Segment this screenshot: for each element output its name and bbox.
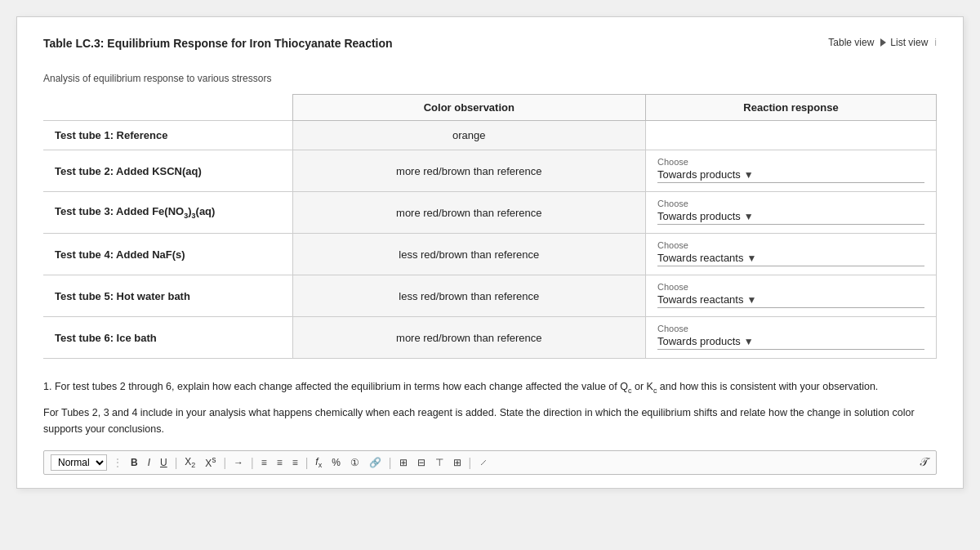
reaction-text-2: Towards products	[657, 210, 741, 222]
superscript-button[interactable]: Xs	[203, 454, 218, 470]
matrix-button[interactable]: ⊤	[433, 456, 446, 469]
list-indent-2[interactable]: ≡	[274, 456, 285, 469]
row-label-5: Test tube 6: Ice bath	[43, 317, 292, 359]
list-indent-1[interactable]: ≡	[259, 456, 270, 469]
row-color-2: more red/brown than reference	[292, 192, 645, 234]
symbol-button[interactable]: ⊞	[451, 456, 464, 469]
row-reaction-0	[645, 121, 936, 150]
row-color-0: orange	[292, 121, 645, 150]
special-button[interactable]: ⟋	[476, 456, 491, 469]
format-button[interactable]: 𝒯	[917, 454, 929, 470]
col-reaction-header: Reaction response	[645, 95, 936, 121]
reaction-text-3: Towards reactants	[657, 252, 744, 264]
style-select[interactable]: Normal	[51, 454, 107, 471]
row-label-2: Test tube 3: Added Fe(NO3)3(aq)	[43, 192, 292, 234]
formula-button[interactable]: ⊟	[415, 456, 428, 469]
reaction-text-5: Towards products	[657, 335, 741, 347]
toolbar-divider-2: |	[175, 456, 178, 469]
link-button[interactable]: 🔗	[367, 456, 384, 469]
choose-label-5: Choose	[657, 324, 924, 333]
table-button[interactable]: ⊞	[397, 456, 410, 469]
row-color-4: less red/brown than reference	[292, 275, 645, 317]
col-empty-header	[43, 95, 292, 121]
row-color-5: more red/brown than reference	[292, 317, 645, 359]
row-label-4: Test tube 5: Hot water bath	[43, 275, 292, 317]
reaction-dropdown-arrow-2[interactable]: ▼	[744, 211, 754, 222]
col-color-header: Color observation	[292, 95, 645, 121]
toolbar: Normal ⋮ B I U | X2 Xs | → | ≡ ≡ ≡ | fx …	[43, 450, 937, 475]
list-view-icon	[880, 38, 886, 47]
toolbar-divider-1: ⋮	[112, 456, 123, 469]
choose-label-4: Choose	[657, 282, 924, 292]
choose-label-2: Choose	[657, 199, 924, 208]
view-controls: Table view List view i	[828, 37, 937, 48]
footnote-2: For Tubes 2, 3 and 4 include in your ana…	[43, 405, 937, 437]
page-container: Table LC.3: Equilibrium Response for Iro…	[16, 16, 964, 489]
bold-button[interactable]: B	[128, 456, 140, 469]
row-reaction-1[interactable]: ChooseTowards products ▼	[645, 150, 936, 192]
row-color-3: less red/brown than reference	[292, 234, 645, 275]
row-reaction-2[interactable]: ChooseTowards products ▼	[645, 192, 936, 234]
toolbar-divider-5: |	[305, 456, 309, 469]
underline-button[interactable]: U	[158, 456, 170, 469]
list-view-label: List view	[890, 37, 928, 48]
percent-button[interactable]: %	[329, 456, 343, 469]
row-label-1: Test tube 2: Added KSCN(aq)	[43, 150, 292, 192]
reaction-text-1: Towards products	[657, 168, 741, 181]
page-title: Table LC.3: Equilibrium Response for Iro…	[43, 37, 393, 50]
reaction-dropdown-arrow-4[interactable]: ▼	[746, 294, 756, 306]
toolbar-divider-3: |	[223, 456, 226, 469]
arrow-button[interactable]: →	[231, 456, 246, 469]
subtitle: Analysis of equilibrium response to vari…	[43, 73, 937, 84]
row-label-0: Test tube 1: Reference	[43, 121, 292, 150]
reaction-dropdown-arrow-1[interactable]: ▼	[744, 169, 754, 181]
toolbar-divider-7: |	[469, 456, 472, 469]
toolbar-divider-6: |	[389, 456, 392, 469]
row-reaction-3[interactable]: ChooseTowards reactants ▼	[645, 234, 936, 275]
row-reaction-5[interactable]: ChooseTowards products ▼	[645, 317, 936, 359]
reaction-dropdown-arrow-5[interactable]: ▼	[744, 336, 754, 347]
toolbar-divider-4: |	[251, 456, 254, 469]
choose-label-3: Choose	[657, 240, 924, 250]
row-label-3: Test tube 4: Added NaF(s)	[43, 234, 292, 275]
choose-label-1: Choose	[657, 157, 924, 167]
list-indent-3[interactable]: ≡	[290, 456, 301, 469]
fx-button[interactable]: fx	[313, 455, 324, 470]
footnote-block: 1. For test tubes 2 through 6, explain h…	[43, 378, 937, 437]
footnote-1: 1. For test tubes 2 through 6, explain h…	[43, 378, 937, 396]
subscript-button[interactable]: X2	[182, 455, 198, 470]
view-extra: i	[934, 37, 937, 48]
row-color-1: more red/brown than reference	[292, 150, 645, 192]
fraction-button[interactable]: ①	[348, 456, 362, 469]
reaction-dropdown-arrow-3[interactable]: ▼	[746, 253, 756, 264]
row-reaction-4[interactable]: ChooseTowards reactants ▼	[645, 275, 936, 317]
reaction-text-4: Towards reactants	[657, 293, 744, 306]
italic-button[interactable]: I	[145, 456, 153, 469]
footnote-1-text: 1. For test tubes 2 through 6, explain h…	[43, 381, 878, 392]
table-view-label: Table view	[828, 37, 874, 48]
list-view-button[interactable]: List view	[880, 37, 928, 48]
equilibrium-table: Color observation Reaction response Test…	[43, 94, 937, 359]
